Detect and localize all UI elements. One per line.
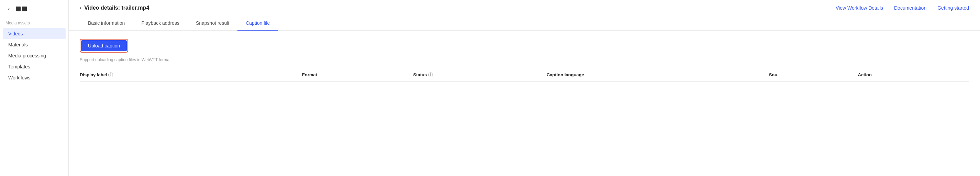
documentation-link[interactable]: Documentation	[894, 5, 926, 11]
table-header-row: Display label i Format Status i Caption …	[80, 68, 969, 82]
tabs-bar: Basic information Playback address Snaps…	[69, 16, 980, 30]
th-caption-language: Caption language	[547, 72, 769, 77]
tab-playback-address[interactable]: Playback address	[133, 16, 188, 30]
view-workflow-details-link[interactable]: View Workflow Details	[836, 5, 883, 11]
sidebar-item-videos[interactable]: Videos	[3, 28, 66, 39]
page-header: ‹ Video details: trailer.mp4 View Workfl…	[69, 0, 980, 16]
nav-square-2	[22, 6, 27, 11]
th-status: Status i	[414, 72, 547, 77]
header-right: View Workflow Details Documentation Gett…	[836, 5, 969, 11]
th-source: Sou	[769, 72, 858, 77]
sidebar-item-media-processing[interactable]: Media processing	[3, 50, 66, 61]
th-format: Format	[302, 72, 414, 77]
main-content: ‹ Video details: trailer.mp4 View Workfl…	[69, 0, 980, 176]
tab-caption-file[interactable]: Caption file	[237, 16, 278, 30]
upload-button-wrapper: Upload caption	[80, 39, 128, 53]
back-button[interactable]: ‹	[80, 5, 81, 11]
header-left: ‹ Video details: trailer.mp4	[80, 5, 149, 11]
caption-table: Display label i Format Status i Caption …	[80, 68, 969, 82]
sidebar-item-workflows[interactable]: Workflows	[3, 72, 66, 83]
status-info-icon: i	[428, 72, 433, 77]
nav-squares	[16, 6, 27, 11]
content-area: Upload caption Support uploading caption…	[69, 30, 980, 176]
th-action: Action	[858, 72, 969, 77]
getting-started-link[interactable]: Getting started	[937, 5, 969, 11]
sidebar-item-templates[interactable]: Templates	[3, 61, 66, 72]
th-display-label: Display label i	[80, 72, 302, 77]
upload-caption-button[interactable]: Upload caption	[81, 40, 127, 51]
tab-basic-information[interactable]: Basic information	[80, 16, 133, 30]
nav-square-1	[16, 6, 21, 11]
sidebar-top: ‹	[0, 5, 68, 21]
sidebar-item-materials[interactable]: Materials	[3, 39, 66, 50]
media-assets-label: Media assets	[0, 21, 68, 28]
display-label-info-icon: i	[108, 72, 113, 77]
tab-snapshot-result[interactable]: Snapshot result	[188, 16, 237, 30]
collapse-sidebar-button[interactable]: ‹	[5, 5, 13, 12]
upload-section: Upload caption Support uploading caption…	[80, 39, 969, 62]
page-title: Video details: trailer.mp4	[84, 5, 149, 11]
upload-hint-text: Support uploading caption files in WebVT…	[80, 58, 969, 62]
sidebar: ‹ Media assets Videos Materials Media pr…	[0, 0, 69, 176]
